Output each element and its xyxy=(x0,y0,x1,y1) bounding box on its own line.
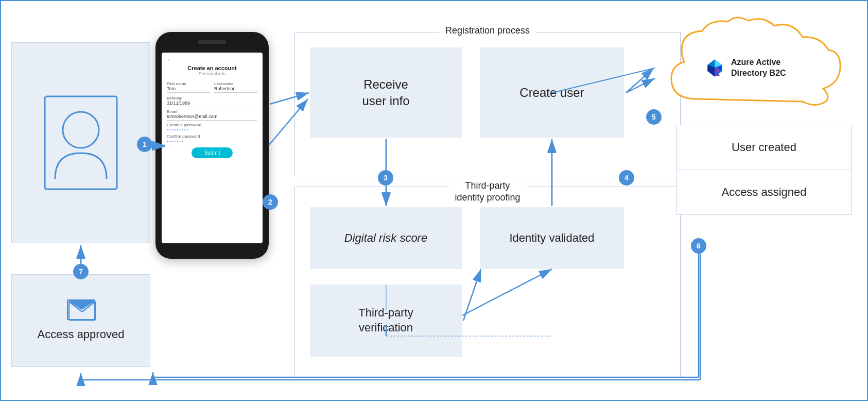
user-created-box: User created xyxy=(677,125,851,170)
third-party-verify-text: Third-partyverification xyxy=(358,306,413,335)
identity-validated-text: Identity validated xyxy=(509,231,594,245)
digital-risk-text: Digital risk score xyxy=(344,231,427,245)
access-approved-box: Access approved xyxy=(11,274,150,367)
third-party-title: Third-partyidentity proofing xyxy=(448,180,526,204)
phone-last-name-label: Last name xyxy=(214,81,257,86)
phone-submit-button[interactable]: Submit xyxy=(192,147,233,158)
receive-user-info-box: Receiveuser info xyxy=(310,47,462,138)
svg-point-22 xyxy=(715,68,719,72)
diagram-container: Access approved ← Create an account Pers… xyxy=(0,0,868,401)
phone-birthday-value: 31/11/1989 xyxy=(167,101,257,107)
user-created-text: User created xyxy=(732,141,796,154)
phone-password-dots: ••••••••• xyxy=(167,127,257,132)
phone-subtitle: Personal info xyxy=(167,71,257,76)
create-user-text: Create user xyxy=(519,86,584,100)
phone-back-arrow: ← xyxy=(167,57,257,63)
person-icon xyxy=(40,91,122,194)
step-7-circle: 7 xyxy=(73,264,89,279)
azure-logo-icon xyxy=(705,53,725,83)
phone-screen: ← Create an account Personal info First … xyxy=(162,53,263,243)
step-4-circle: 4 xyxy=(619,170,634,186)
svg-rect-14 xyxy=(69,302,95,320)
azure-cloud: Azure Active Directory B2C xyxy=(656,16,852,120)
step-6-circle: 6 xyxy=(691,238,706,254)
receive-user-info-text: Receiveuser info xyxy=(362,76,409,108)
access-assigned-box: Access assigned xyxy=(677,170,851,214)
step-3-circle: 3 xyxy=(378,170,393,186)
step-2-circle: 2 xyxy=(263,194,278,210)
step-5-circle: 5 xyxy=(646,109,662,125)
phone-birthday-label: Birthday xyxy=(167,96,257,101)
phone-first-name-label: First name xyxy=(167,81,210,86)
phone-first-name-value: Tom xyxy=(167,86,210,93)
phone-password-label: Create a password xyxy=(167,123,257,127)
digital-risk-box: Digital risk score xyxy=(310,207,462,269)
envelope-icon xyxy=(67,299,95,320)
phone-last-name-value: Robertson xyxy=(214,86,257,93)
reg-process-title: Registration process xyxy=(439,25,536,36)
phone-confirm-dots: ••••••• xyxy=(167,139,257,143)
access-assigned-text: Access assigned xyxy=(721,186,806,198)
svg-point-13 xyxy=(63,112,99,148)
phone-confirm-label: Confirm password xyxy=(167,134,257,139)
azure-name-text: Azure Active Directory B2C xyxy=(731,57,803,79)
person-box xyxy=(11,42,150,243)
phone-speaker xyxy=(198,40,227,44)
phone: ← Create an account Personal info First … xyxy=(155,32,269,259)
step-1-circle: 1 xyxy=(137,137,152,152)
phone-title: Create an account xyxy=(167,65,257,71)
access-approved-text: Access approved xyxy=(38,327,125,342)
identity-validated-box: Identity validated xyxy=(480,207,624,269)
create-user-box: Create user xyxy=(480,47,624,138)
right-panel: User created Access assigned xyxy=(676,125,852,215)
phone-email-value: tomrobertson@mail.com xyxy=(167,114,257,121)
phone-container: ← Create an account Personal info First … xyxy=(155,32,274,295)
third-party-verify-box: Third-partyverification xyxy=(310,285,462,357)
phone-email-label: Email xyxy=(167,109,257,114)
